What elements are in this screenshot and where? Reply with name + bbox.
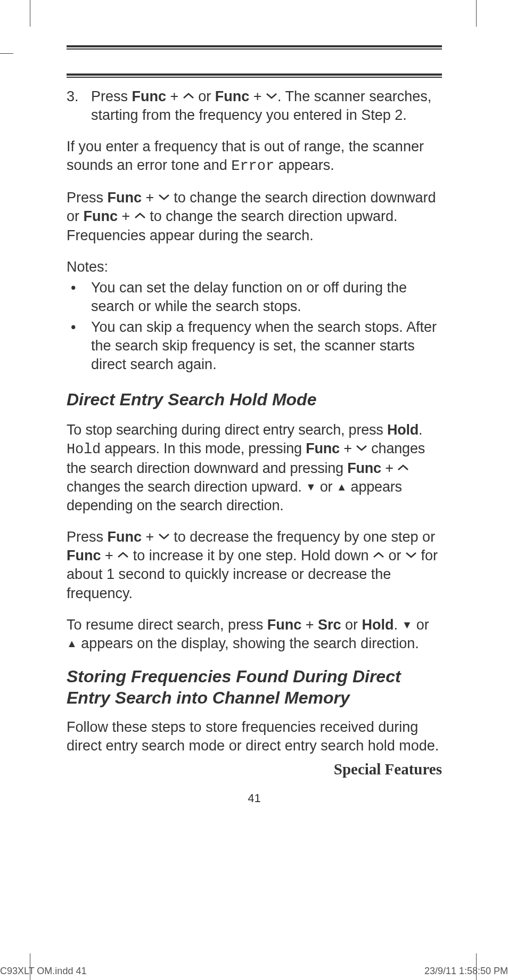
step-list: 3. Press Func + or Func + . The scanner … [67,87,442,125]
chevron-down-icon [158,526,170,545]
direction-paragraph: Press Func + to change the search direct… [67,189,442,244]
step-3-text: Press Func + or Func + . The scanner sea… [91,88,431,123]
chevron-up-icon [134,206,146,224]
footer-timestamp: 23/9/11 1:58:50 PM [424,966,508,977]
store-paragraph: Follow these steps to store frequencies … [67,718,442,755]
chevron-down-icon [356,438,367,456]
hold-code: Hold [67,442,101,458]
hold-paragraph: To stop searching during direct entry se… [67,421,442,515]
bullet-icon: • [71,279,76,297]
error-code: Error [231,158,274,174]
footer-filename: C93XLT OM.indd 41 [0,966,86,977]
chevron-up-icon [183,86,194,104]
triangle-down-icon: ▼ [306,481,316,493]
page-number: 41 [248,791,260,806]
step-paragraph: Press Func + to decrease the frequency b… [67,528,442,602]
chevron-up-icon [397,458,409,476]
triangle-up-icon: ▲ [337,481,347,493]
bullet-icon: • [71,318,76,337]
step-3: 3. Press Func + or Func + . The scanner … [67,87,442,125]
chevron-down-icon [158,187,170,206]
note-1: • You can set the delay function on or o… [67,279,442,316]
resume-paragraph: To resume direct search, press Func + Sr… [67,616,442,653]
error-paragraph: If you enter a frequency that is out of … [67,137,442,176]
chevron-up-icon [117,545,129,564]
triangle-down-icon: ▼ [402,619,413,631]
section-title: Special Features [334,760,442,780]
heading-direct-entry-hold: Direct Entry Search Hold Mode [67,389,442,411]
chevron-up-icon [373,545,384,564]
note-2: • You can skip a frequency when the sear… [67,318,442,374]
chevron-down-icon [266,86,277,104]
step-3-marker: 3. [67,87,79,106]
chevron-down-icon [405,545,417,564]
heading-storing-frequencies: Storing Frequencies Found During Direct … [67,666,442,708]
notes-heading: Notes: [67,258,442,276]
triangle-up-icon: ▲ [67,638,77,649]
notes-list: • You can set the delay function on or o… [67,279,442,374]
